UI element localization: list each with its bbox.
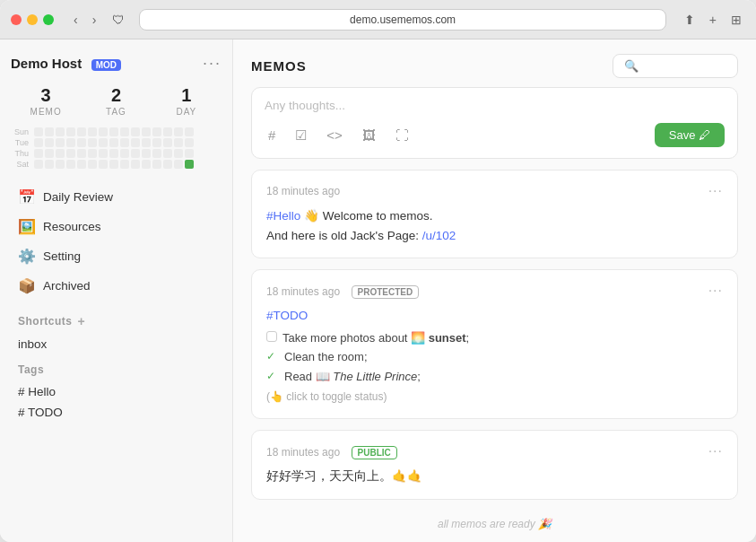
- todo-item-3[interactable]: ✓ Read 📖 The Little Prince;: [266, 368, 723, 386]
- cal-cell: [109, 160, 118, 169]
- memo-card-2: 18 minutes ago PROTECTED ··· #TODO Take …: [251, 269, 738, 419]
- stats-row: 3 MEMO 2 TAG 1 DAY: [11, 85, 222, 117]
- cal-cell: [56, 138, 65, 147]
- nav-section: 📅 Daily Review 🖼️ Resources ⚙️ Setting 📦…: [11, 183, 222, 302]
- cal-cell: [120, 138, 129, 147]
- more-options-button[interactable]: ···: [203, 54, 222, 73]
- shortcuts-add-button[interactable]: +: [78, 314, 86, 328]
- cal-cell: [77, 160, 86, 169]
- cal-cell: [109, 127, 118, 136]
- cal-cell: [56, 149, 65, 158]
- fullscreen-tool-button[interactable]: ⛶: [392, 126, 413, 145]
- todo-check-3: ✓: [266, 368, 279, 384]
- cal-cell: [142, 138, 151, 147]
- main-header: MEMOS 🔍: [233, 39, 756, 87]
- nav-item-setting[interactable]: ⚙️ Setting: [11, 242, 222, 270]
- cal-cell: [152, 160, 161, 169]
- cal-cell: [99, 138, 108, 147]
- page-title: MEMOS: [251, 58, 307, 74]
- new-tab-button[interactable]: +: [706, 11, 720, 29]
- save-button[interactable]: Save 🖊: [655, 123, 725, 147]
- cal-cell: [88, 149, 97, 158]
- calendar-icon: 📅: [18, 188, 36, 205]
- mod-badge: MOD: [91, 59, 121, 71]
- cal-row-thu: Thu: [11, 149, 222, 158]
- sidebar: Demo Host MOD ··· 3 MEMO 2 TAG 1 DAY: [0, 39, 233, 542]
- image-tool-button[interactable]: 🖼: [359, 126, 379, 145]
- search-input[interactable]: [644, 60, 726, 73]
- todo-checkbox-1[interactable]: [266, 331, 277, 342]
- cal-cell: [142, 127, 151, 136]
- nav-item-resources[interactable]: 🖼️ Resources: [11, 213, 222, 240]
- todo-item-2[interactable]: ✓ Clean the room;: [266, 348, 723, 366]
- tag-label: TAG: [81, 107, 151, 117]
- checklist-tool-button[interactable]: ☑: [291, 126, 310, 145]
- memo-link-1[interactable]: /u/102: [422, 229, 456, 242]
- memo-badge-protected: PROTECTED: [352, 285, 420, 299]
- resources-icon: 🖼️: [18, 218, 36, 235]
- day-label-thu: Thu: [11, 149, 32, 158]
- cal-cell: [131, 149, 140, 158]
- cal-cell: [66, 138, 75, 147]
- memo-card-1: 18 minutes ago ··· #Hello 👋 Welcome to m…: [251, 170, 738, 258]
- memo-meta-left-2: 18 minutes ago PROTECTED: [266, 283, 419, 299]
- close-button[interactable]: [11, 14, 22, 25]
- memo-tag-1: #Hello: [266, 209, 300, 223]
- nav-item-daily-review[interactable]: 📅 Daily Review: [11, 183, 222, 211]
- cal-cell: [131, 160, 140, 169]
- memo-wave-1: 👋 Welcome to memos.: [304, 209, 433, 223]
- back-button[interactable]: ‹: [68, 9, 83, 31]
- profile-section: Demo Host MOD ···: [11, 54, 222, 73]
- shortcut-inbox-label: inbox: [18, 337, 47, 351]
- cal-row-tue: Tue: [11, 138, 222, 147]
- cal-cell: [34, 127, 43, 136]
- grid-button[interactable]: ⊞: [727, 11, 745, 29]
- code-tool-button[interactable]: <>: [323, 126, 346, 145]
- todo-item-1[interactable]: Take more photos about 🌅 sunset;: [266, 329, 723, 347]
- tag-todo[interactable]: # TODO: [11, 402, 222, 423]
- composer-tools: # ☑ <> 🖼 ⛶: [265, 126, 413, 145]
- tags-header: Tags: [18, 363, 214, 376]
- cal-cell: [185, 127, 194, 136]
- maximize-button[interactable]: [43, 14, 54, 25]
- forward-button[interactable]: ›: [87, 9, 102, 31]
- memo-stat: 3 MEMO: [11, 85, 81, 117]
- minimize-button[interactable]: [27, 14, 38, 25]
- memos-list: 18 minutes ago ··· #Hello 👋 Welcome to m…: [233, 170, 756, 542]
- cal-cell: [77, 138, 86, 147]
- address-bar[interactable]: demo.usememos.com: [139, 9, 665, 31]
- nav-item-archived[interactable]: 📦 Archived: [11, 272, 222, 300]
- todo-text-3: Read 📖 The Little Prince;: [284, 368, 421, 386]
- cal-cell: [66, 149, 75, 158]
- day-label-tue: Tue: [11, 138, 32, 147]
- day-count: 1: [152, 85, 222, 106]
- cal-cell: [66, 160, 75, 169]
- cal-cell: [34, 149, 43, 158]
- cal-cell: [120, 149, 129, 158]
- memo-tag-2: #TODO: [266, 306, 723, 326]
- settings-icon: ⚙️: [18, 248, 36, 265]
- memo-more-1[interactable]: ···: [708, 183, 723, 199]
- traffic-lights: [11, 14, 54, 25]
- share-button[interactable]: ⬆: [681, 11, 699, 29]
- cal-cell: [131, 127, 140, 136]
- memo-content-3: 好好学习，天天向上。🤙🤙: [266, 467, 723, 486]
- day-label-sat: Sat: [11, 160, 32, 169]
- memo-content-2: #TODO Take more photos about 🌅 sunset; ✓…: [266, 306, 723, 406]
- memo-composer[interactable]: Any thoughts... # ☑ <> 🖼 ⛶ Save 🖊: [251, 87, 738, 159]
- app-layout: Demo Host MOD ··· 3 MEMO 2 TAG 1 DAY: [0, 39, 756, 542]
- cal-cell: [131, 138, 140, 147]
- cal-cell: [174, 149, 183, 158]
- tag-hello[interactable]: # Hello: [11, 381, 222, 402]
- tag-tool-button[interactable]: #: [265, 126, 279, 145]
- cal-cell: [66, 127, 75, 136]
- shortcut-inbox[interactable]: inbox: [11, 334, 222, 354]
- browser-nav: ‹ ›: [68, 9, 101, 31]
- archive-icon: 📦: [18, 277, 36, 294]
- memo-more-3[interactable]: ···: [708, 443, 723, 459]
- memo-more-2[interactable]: ···: [708, 283, 723, 299]
- cal-cell: [77, 149, 86, 158]
- search-box[interactable]: 🔍: [613, 54, 738, 78]
- todo-list-2: Take more photos about 🌅 sunset; ✓ Clean…: [266, 329, 723, 386]
- composer-toolbar: # ☑ <> 🖼 ⛶ Save 🖊: [265, 123, 725, 147]
